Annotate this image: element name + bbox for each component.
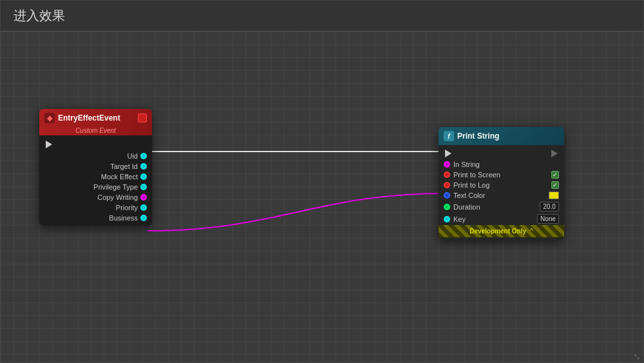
pin-label-privilegetype: Privilege Type bbox=[93, 183, 138, 191]
entry-node-title-wrap: ◆ EntryEffectEvent bbox=[44, 113, 120, 123]
print-textcolor-pin[interactable] bbox=[444, 192, 450, 199]
print-textcolor-row: Text Color bbox=[439, 190, 564, 201]
pin-row-priority: Priority bbox=[39, 202, 152, 213]
entry-node-body: Uid Target Id Mock Effect Privilege Type… bbox=[39, 135, 152, 226]
title-bar: 进入效果 bbox=[1, 1, 643, 32]
print-duration-row: Duration 20.0 bbox=[439, 201, 564, 213]
outer-panel: 进入效果 ◆ EntryEffectEvent Custom Event bbox=[0, 0, 644, 363]
print-textcolor-swatch[interactable] bbox=[549, 191, 559, 199]
print-node-title: Print String bbox=[457, 132, 499, 141]
print-key-pin[interactable] bbox=[444, 216, 450, 222]
pin-row-business: Business bbox=[39, 213, 152, 223]
print-toscreen-checkbox[interactable]: ✓ bbox=[551, 171, 559, 179]
print-tolog-row: Print to Log ✓ bbox=[439, 180, 564, 190]
entry-exec-out-pin[interactable] bbox=[44, 140, 53, 149]
print-key-left: Key bbox=[444, 215, 466, 223]
pin-dot-privilegetype[interactable] bbox=[140, 184, 147, 190]
print-instring-left: In String bbox=[444, 161, 480, 168]
print-devonly-text: Development Only bbox=[469, 228, 526, 235]
pin-row-privilegetype: Privilege Type bbox=[39, 182, 152, 192]
print-instring-pin[interactable] bbox=[444, 161, 450, 168]
pin-dot-copywriting[interactable] bbox=[140, 194, 147, 201]
pin-label-mockeffect: Mock Effect bbox=[101, 173, 138, 181]
print-key-value[interactable]: None bbox=[537, 214, 559, 224]
print-duration-label: Duration bbox=[453, 203, 480, 211]
print-func-icon: f bbox=[444, 131, 454, 141]
print-key-row: Key None bbox=[439, 213, 564, 225]
entry-node-subtitle: Custom Event bbox=[39, 127, 152, 135]
page-title: 进入效果 bbox=[14, 8, 65, 23]
print-tolog-label: Print to Log bbox=[453, 181, 489, 189]
pin-dot-uid[interactable] bbox=[140, 153, 147, 159]
print-exec-out-pin[interactable] bbox=[550, 149, 559, 158]
pin-row-mockeffect: Mock Effect bbox=[39, 172, 152, 182]
pin-dot-targetid[interactable] bbox=[140, 163, 147, 170]
pin-row-copywriting: Copy Writing bbox=[39, 192, 152, 202]
print-exec-in-pin[interactable] bbox=[444, 149, 453, 158]
pin-row-targetid: Target Id bbox=[39, 161, 152, 172]
print-toscreen-row: Print to Screen ✓ bbox=[439, 170, 564, 180]
pin-dot-mockeffect[interactable] bbox=[140, 173, 147, 180]
print-textcolor-label: Text Color bbox=[453, 191, 486, 199]
print-exec-row bbox=[439, 148, 564, 159]
entry-effect-node: ◆ EntryEffectEvent Custom Event Uid bbox=[39, 109, 152, 226]
print-duration-value[interactable]: 20.0 bbox=[540, 202, 559, 211]
print-duration-pin[interactable] bbox=[444, 204, 450, 210]
print-tolog-checkbox[interactable]: ✓ bbox=[551, 181, 559, 189]
entry-node-header: ◆ EntryEffectEvent bbox=[39, 109, 152, 127]
pin-dot-priority[interactable] bbox=[140, 204, 147, 211]
pin-label-targetid: Target Id bbox=[110, 162, 138, 170]
pin-row-uid: Uid bbox=[39, 151, 152, 161]
canvas-area[interactable]: ◆ EntryEffectEvent Custom Event Uid bbox=[1, 32, 643, 362]
pin-label-priority: Priority bbox=[116, 204, 138, 211]
print-instring-label: In String bbox=[453, 161, 480, 168]
print-node-body: In String Print to Screen ✓ Print to Log bbox=[439, 145, 564, 240]
print-toscreen-label: Print to Screen bbox=[453, 171, 500, 179]
print-tolog-left: Print to Log bbox=[444, 181, 489, 189]
print-key-label: Key bbox=[453, 215, 466, 223]
print-collapse-btn[interactable]: ^ bbox=[530, 228, 533, 235]
print-tolog-pin[interactable] bbox=[444, 182, 450, 188]
pin-label-copywriting: Copy Writing bbox=[97, 193, 138, 201]
print-node-header: f Print String bbox=[439, 127, 564, 145]
canvas-resize-handle[interactable]: ⤡ bbox=[633, 352, 641, 360]
print-instring-row: In String bbox=[439, 159, 564, 170]
print-toscreen-pin[interactable] bbox=[444, 172, 450, 178]
print-toscreen-left: Print to Screen bbox=[444, 171, 500, 179]
print-textcolor-left: Text Color bbox=[444, 191, 486, 199]
pin-label-uid: Uid bbox=[127, 152, 138, 160]
pin-label-business: Business bbox=[109, 214, 138, 222]
entry-node-title: EntryEffectEvent bbox=[58, 113, 120, 123]
print-devonly-bar: Development Only ^ bbox=[439, 225, 564, 237]
entry-node-icon: ◆ bbox=[44, 113, 55, 123]
print-duration-left: Duration bbox=[444, 203, 480, 211]
pin-dot-business[interactable] bbox=[140, 215, 147, 221]
entry-node-corner-btn[interactable] bbox=[138, 113, 147, 123]
entry-exec-row bbox=[39, 138, 152, 151]
print-string-node: f Print String In String bbox=[439, 127, 564, 240]
